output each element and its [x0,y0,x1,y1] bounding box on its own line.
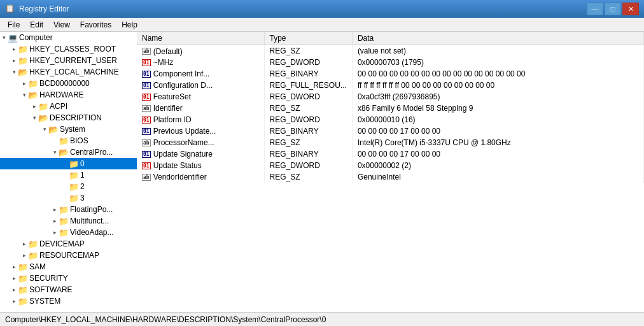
tree-item-hkcc[interactable]: ▸📁HKEY_CLASSES_ROOT [0,43,137,55]
expand-icon-centralproc[interactable]: ▾ [51,148,59,156]
minimize-button[interactable]: — [587,3,603,15]
expand-icon-system2[interactable]: ▸ [10,297,18,305]
tree-item-computer[interactable]: ▾💻Computer [0,32,137,43]
tree-item-sam[interactable]: ▸📁SAM [0,261,137,273]
expand-icon-software[interactable]: ▸ [10,286,18,294]
tree-item-videoadap[interactable]: ▸📁VideoAdap... [0,227,137,238]
expand-icon-resourcemap[interactable]: ▸ [20,252,28,259]
menu-edit[interactable]: Edit [25,18,48,31]
tree-item-bios[interactable]: 📁BIOS [0,135,137,146]
table-row[interactable]: 01 ~MHzREG_DWORD0x00000703 (1795) [137,57,644,68]
cell-type: REG_BINARY [264,125,352,137]
cell-type: REG_SZ [264,45,352,57]
expand-icon-videoadap[interactable]: ▸ [51,229,59,236]
expand-icon-cpu0[interactable] [61,160,69,167]
tree-item-cpu3[interactable]: 📁3 [0,192,137,204]
menu-view[interactable]: View [48,18,75,31]
title-bar-title: Registry Editor [19,4,587,13]
tree-item-resourcemap[interactable]: ▸📁RESOURCEMAP [0,250,137,261]
table-row[interactable]: 01 Update SignatureREG_BINARY00 00 00 00… [137,148,644,160]
expand-icon-acpi[interactable]: ▸ [31,103,38,110]
table-row[interactable]: ab (Default)REG_SZ(value not set) [137,45,644,57]
cell-name: 01 Platform ID [137,114,264,125]
cell-type: REG_DWORD [264,57,352,68]
expand-icon-hkcu[interactable]: ▸ [10,57,18,64]
tree-item-security[interactable]: ▸📁SECURITY [0,273,137,284]
tree-item-centralproc[interactable]: ▾📂CentralPro... [0,146,137,158]
table-row[interactable]: 01 Update StatusREG_DWORD0x00000002 (2) [137,160,644,171]
tree-item-system[interactable]: ▾📂System [0,124,137,135]
close-button[interactable]: ✕ [622,3,639,15]
expand-icon-sam[interactable]: ▸ [10,263,18,271]
expand-icon-system[interactable]: ▾ [41,125,48,133]
tree-label-system: System [60,125,85,134]
tree-panel: ▾💻Computer▸📁HKEY_CLASSES_ROOT▸📁HKEY_CURR… [0,32,137,312]
tree-item-cpu1[interactable]: 📁1 [0,169,137,181]
cell-data: (value not set) [352,45,643,57]
cell-data: 00 00 00 00 00 00 00 00 00 00 00 00 00 0… [352,68,643,80]
tree-item-system2[interactable]: ▸📁SYSTEM [0,295,137,307]
expand-icon-multifunct[interactable]: ▸ [51,217,59,225]
expand-icon-hkcc[interactable]: ▸ [10,45,18,53]
table-row[interactable]: 01 Configuration D...REG_FULL_RESOU...ff… [137,80,644,91]
expand-icon-hklm[interactable]: ▾ [10,68,18,76]
expand-icon-devicemap[interactable]: ▸ [20,240,28,248]
tree-label-cpu1: 1 [80,171,85,180]
folder-icon-system2: 📁 [18,297,28,306]
table-row[interactable]: 01 FeatureSetREG_DWORD0xa0cf3fff (269793… [137,91,644,103]
tree-item-cpu0[interactable]: 📁0 [0,158,137,169]
table-row[interactable]: 01 Previous Update...REG_BINARY00 00 00 … [137,125,644,137]
menu-file[interactable]: File [3,18,25,31]
tree-label-cpu3: 3 [80,194,85,202]
expand-icon-floatingpo[interactable]: ▸ [51,206,59,213]
tree-label-acpi: ACPI [50,102,67,111]
col-type: Type [264,32,352,45]
app-icon: 📋 [5,4,15,14]
tree-item-acpi[interactable]: ▸📁ACPI [0,101,137,112]
expand-icon-computer[interactable]: ▾ [0,34,8,41]
tree-item-bcd[interactable]: ▸📁BCD00000000 [0,78,137,89]
menu-bar: File Edit View Favorites Help [0,18,644,32]
detail-panel[interactable]: Name Type Data ab (Default)REG_SZ(value … [137,32,644,312]
tree-label-floatingpo: FloatingPo... [70,205,113,214]
expand-icon-description[interactable]: ▾ [31,114,38,122]
folder-icon-cpu3: 📁 [69,194,79,203]
tree-item-multifunct[interactable]: ▸📁Multifunct... [0,215,137,227]
folder-icon-hardware: 📂 [28,90,38,100]
table-row[interactable]: 01 Platform IDREG_DWORD0x00000010 (16) [137,114,644,125]
tree-item-hkcu[interactable]: ▸📁HKEY_CURRENT_USER [0,55,137,66]
menu-favorites[interactable]: Favorites [75,18,116,31]
tree-item-devicemap[interactable]: ▸📁DEVICEMAP [0,238,137,250]
table-row[interactable]: ab ProcessorName...REG_SZIntel(R) Core(T… [137,137,644,148]
col-data: Data [352,32,643,45]
expand-icon-cpu2[interactable] [61,183,69,190]
cell-type: REG_BINARY [264,68,352,80]
expand-icon-bcd[interactable]: ▸ [20,80,28,87]
cell-data: 0xa0cf3fff (2697936895) [352,91,643,103]
tree-item-software[interactable]: ▸📁SOFTWARE [0,284,137,295]
cell-type: REG_FULL_RESOU... [264,80,352,91]
tree-item-cpu2[interactable]: 📁2 [0,181,137,192]
table-row[interactable]: 01 Component Inf...REG_BINARY00 00 00 00… [137,68,644,80]
tree-item-hardware[interactable]: ▾📂HARDWARE [0,89,137,101]
tree-content[interactable]: ▾💻Computer▸📁HKEY_CLASSES_ROOT▸📁HKEY_CURR… [0,32,137,312]
expand-icon-security[interactable]: ▸ [10,274,18,282]
expand-icon-cpu1[interactable] [61,171,69,179]
folder-icon-system: 📂 [48,125,59,134]
maximize-button[interactable]: □ [605,3,621,15]
folder-icon-bios: 📁 [59,136,69,146]
tree-item-description[interactable]: ▾📂DESCRIPTION [0,112,137,124]
cell-type: REG_DWORD [264,114,352,125]
expand-icon-hardware[interactable]: ▾ [20,91,28,99]
cell-type: REG_SZ [264,171,352,183]
table-row[interactable]: ab VendorIdentifierREG_SZGenuineIntel [137,171,644,183]
cell-name: 01 Update Status [137,160,264,171]
cell-data: Intel(R) Core(TM) i5-3337U CPU @ 1.80GHz [352,137,643,148]
tree-item-hklm[interactable]: ▾📂HKEY_LOCAL_MACHINE [0,66,137,78]
cell-data: GenuineIntel [352,171,643,183]
expand-icon-cpu3[interactable] [61,194,69,202]
menu-help[interactable]: Help [116,18,143,31]
table-row[interactable]: ab IdentifierREG_SZx86 Family 6 Model 58… [137,103,644,114]
expand-icon-bios[interactable] [51,137,59,145]
tree-item-floatingpo[interactable]: ▸📁FloatingPo... [0,204,137,215]
